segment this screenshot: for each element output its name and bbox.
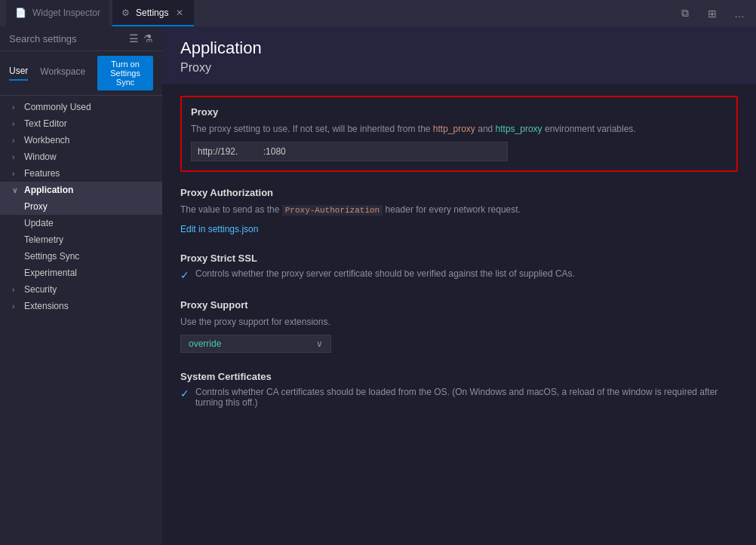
sidebar-item-workbench[interactable]: › Workbench: [0, 132, 162, 148]
proxy-support-description: Use the proxy support for extensions.: [180, 315, 738, 329]
proxy-authorization-description: The value to send as the Proxy-Authoriza…: [180, 203, 738, 217]
proxy-support-dropdown[interactable]: override ∨: [180, 335, 331, 353]
close-settings-tab[interactable]: ✕: [174, 6, 185, 20]
settings-icon: ⚙: [121, 8, 130, 18]
sidebar-subitem-update-label: Update: [24, 218, 54, 228]
chevron-down-icon: ∨: [316, 338, 323, 349]
proxy-authorization-label: Proxy Authorization: [180, 187, 738, 198]
search-bar: Search settings ☰ ⚗: [0, 26, 162, 51]
split-editor-button[interactable]: ⧉: [675, 3, 696, 24]
search-actions: ☰ ⚗: [129, 32, 153, 44]
search-filter-icon[interactable]: ⚗: [143, 32, 153, 44]
system-certificates-description: Controls whether CA certificates should …: [195, 387, 738, 408]
sidebar-item-extensions[interactable]: › Extensions: [0, 298, 162, 314]
tab-settings-label: Settings: [136, 8, 168, 18]
proxy-support-value: override: [189, 338, 221, 349]
checkmark-icon: ✓: [180, 269, 189, 281]
sidebar-item-workbench-label: Workbench: [24, 135, 69, 145]
widget-inspector-icon: 📄: [15, 8, 26, 18]
chevron-right-icon: ›: [12, 286, 20, 294]
main-layout: Search settings ☰ ⚗ User Workspace Turn …: [0, 26, 756, 545]
more-actions-button[interactable]: …: [729, 3, 750, 24]
chevron-down-icon: ∨: [12, 186, 20, 194]
chevron-right-icon: ›: [12, 170, 20, 178]
proxy-label: Proxy: [191, 106, 727, 118]
sidebar-subitem-proxy-label: Proxy: [24, 201, 48, 212]
edit-settings-json-link[interactable]: Edit in settings.json: [180, 224, 258, 234]
turn-on-sync-button[interactable]: Turn on Settings Sync: [97, 56, 153, 90]
checkmark-icon: ✓: [180, 387, 189, 400]
section-title: Application: [180, 38, 738, 58]
sidebar-item-security-label: Security: [24, 284, 57, 295]
tab-settings[interactable]: ⚙ Settings ✕: [112, 0, 194, 26]
tab-widget-inspector-label: Widget Inspector: [32, 8, 100, 18]
tab-widget-inspector[interactable]: 📄 Widget Inspector: [6, 0, 109, 26]
sidebar-subitem-experimental[interactable]: Experimental: [0, 265, 162, 281]
sidebar-item-security[interactable]: › Security: [0, 281, 162, 298]
sidebar-item-commonly-used[interactable]: › Commonly Used: [0, 99, 162, 115]
sidebar-item-window[interactable]: › Window: [0, 148, 162, 165]
settings-list: Proxy The proxy setting to use. If not s…: [162, 84, 756, 545]
setting-proxy-authorization: Proxy Authorization The value to send as…: [180, 187, 738, 234]
chevron-right-icon: ›: [12, 302, 20, 311]
https-proxy-link[interactable]: https_proxy: [496, 124, 542, 134]
sidebar-item-text-editor-label: Text Editor: [24, 118, 67, 129]
search-settings-label: Search settings: [9, 33, 77, 44]
sidebar-item-features-label: Features: [24, 168, 60, 179]
setting-system-certificates: System Certificates ✓ Controls whether C…: [180, 371, 738, 408]
setting-proxy-support: Proxy Support Use the proxy support for …: [180, 299, 738, 353]
system-certificates-label: System Certificates: [180, 371, 738, 382]
sidebar: Search settings ☰ ⚗ User Workspace Turn …: [0, 26, 162, 545]
sidebar-item-application[interactable]: ∨ Application: [0, 182, 162, 198]
chevron-right-icon: ›: [12, 103, 20, 112]
section-subtitle: Proxy: [180, 61, 738, 75]
sidebar-item-window-label: Window: [24, 152, 57, 162]
sidebar-item-application-label: Application: [24, 185, 73, 195]
chevron-right-icon: ›: [12, 120, 20, 128]
http-proxy-link[interactable]: http_proxy: [433, 124, 475, 134]
settings-scope-tabs: User Workspace Turn on Settings Sync: [0, 51, 162, 96]
system-certificates-checkbox-row: ✓ Controls whether CA certificates shoul…: [180, 387, 738, 408]
sidebar-subitem-update[interactable]: Update: [0, 215, 162, 231]
setting-proxy: Proxy The proxy setting to use. If not s…: [180, 96, 738, 172]
chevron-right-icon: ›: [12, 136, 20, 145]
layout-button[interactable]: ⊞: [702, 3, 723, 24]
sidebar-subitem-telemetry[interactable]: Telemetry: [0, 231, 162, 248]
settings-nav: › Commonly Used › Text Editor › Workbenc…: [0, 96, 162, 545]
tab-workspace[interactable]: Workspace: [40, 66, 85, 80]
sidebar-item-features[interactable]: › Features: [0, 165, 162, 182]
proxy-strict-ssl-description: Controls whether the proxy server certif…: [195, 268, 575, 279]
sidebar-subitem-experimental-label: Experimental: [24, 268, 77, 278]
proxy-input[interactable]: [191, 142, 508, 161]
proxy-description: The proxy setting to use. If not set, wi…: [191, 122, 727, 136]
title-bar-actions: ⧉ ⊞ …: [675, 3, 750, 24]
title-bar: 📄 Widget Inspector ⚙ Settings ✕ ⧉ ⊞ …: [0, 0, 756, 26]
proxy-strict-ssl-checkbox-row: ✓ Controls whether the proxy server cert…: [180, 268, 738, 281]
proxy-support-label: Proxy Support: [180, 299, 738, 311]
settings-content-area: Application Proxy Proxy The proxy settin…: [162, 26, 756, 545]
chevron-right-icon: ›: [12, 153, 20, 161]
filter-icon[interactable]: ☰: [129, 32, 139, 44]
tab-user[interactable]: User: [9, 66, 28, 81]
setting-proxy-strict-ssl: Proxy Strict SSL ✓ Controls whether the …: [180, 253, 738, 281]
sidebar-subitem-proxy[interactable]: Proxy: [0, 198, 162, 215]
sidebar-item-commonly-used-label: Commonly Used: [24, 102, 91, 112]
proxy-authorization-code: Proxy-Authorization: [282, 205, 383, 216]
section-header: Application Proxy: [162, 26, 756, 84]
sidebar-subitem-settings-sync-label: Settings Sync: [24, 251, 79, 262]
sidebar-subitem-settings-sync[interactable]: Settings Sync: [0, 248, 162, 265]
sidebar-item-text-editor[interactable]: › Text Editor: [0, 115, 162, 132]
proxy-strict-ssl-label: Proxy Strict SSL: [180, 253, 738, 264]
sidebar-item-extensions-label: Extensions: [24, 301, 69, 311]
sidebar-subitem-telemetry-label: Telemetry: [24, 234, 63, 245]
